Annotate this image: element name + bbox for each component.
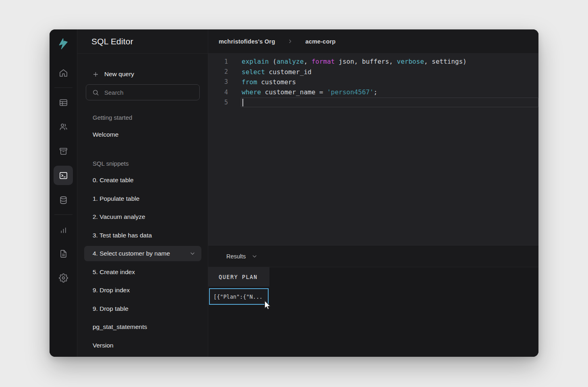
- rail-item-archive[interactable]: [57, 145, 69, 157]
- rail-item-docs[interactable]: [57, 248, 69, 260]
- archive-icon: [59, 146, 68, 156]
- sidebar-item-welcome[interactable]: Welcome: [77, 125, 208, 144]
- sidebar-header: SQL Editor: [77, 29, 208, 54]
- results-grid: QUERY PLAN [{"Plan":{"N...: [208, 267, 538, 357]
- result-cell-selected[interactable]: [{"Plan":{"N...: [209, 288, 269, 305]
- token: customer_id: [265, 68, 312, 76]
- sidebar-item-label: 9. Drop index: [93, 287, 130, 294]
- token: where: [242, 88, 261, 96]
- editor-line: 1 explain (analyze, format json, buffers…: [208, 56, 538, 67]
- token: select: [242, 68, 265, 76]
- line-number: 1: [208, 58, 228, 65]
- sidebar-item-select-customer-by-name[interactable]: 4. Select customer by name: [84, 246, 201, 261]
- token: customers: [257, 78, 296, 86]
- search-box: [86, 84, 200, 100]
- sidebar-item-label: 3. Test table has data: [93, 232, 152, 239]
- chevron-right-icon: [287, 38, 293, 44]
- sql-code-editor[interactable]: 1 explain (analyze, format json, buffers…: [208, 54, 538, 245]
- sidebar-item-create-index[interactable]: 5. Create index: [77, 263, 208, 281]
- token: ;: [374, 88, 378, 96]
- text-caret: [242, 99, 243, 106]
- rail-item-settings[interactable]: [57, 272, 69, 284]
- token: format: [311, 58, 335, 65]
- bar-chart-icon: [59, 225, 68, 234]
- search-icon: [92, 89, 99, 96]
- brand-logo[interactable]: [55, 35, 71, 52]
- editor-line-current: 5: [208, 98, 538, 108]
- sidebar-item-vacuum-analyze[interactable]: 2. Vacuum analyze: [77, 208, 208, 227]
- icon-rail: [50, 29, 77, 357]
- chevron-down-icon: [251, 253, 258, 260]
- rail-item-sql-editor[interactable]: [54, 166, 73, 185]
- token: json, buffers,: [335, 58, 397, 65]
- results-label: Results: [226, 253, 246, 260]
- sidebar-item-create-table[interactable]: 0. Create table: [77, 171, 208, 190]
- sidebar-item-label: 0. Create table: [93, 177, 134, 184]
- snippet-list: 0. Create table 1. Populate table 2. Vac…: [77, 171, 208, 355]
- rail-item-database[interactable]: [57, 194, 69, 206]
- getting-started-list: Welcome: [77, 125, 208, 144]
- token: explain: [242, 58, 269, 65]
- file-icon: [59, 249, 68, 258]
- sidebar-item-label: pg_stat_statements: [93, 323, 147, 331]
- code-line: from customers: [242, 78, 296, 86]
- app-window: SQL Editor New query Getting started Wel…: [50, 29, 538, 357]
- rail-item-home[interactable]: [57, 67, 69, 79]
- rail-item-monitoring[interactable]: [57, 223, 69, 235]
- breadcrumb-org[interactable]: mchristofides's Org: [219, 38, 275, 45]
- rail-item-tables[interactable]: [57, 96, 69, 108]
- sidebar-item-label: 9. Drop table: [93, 305, 128, 312]
- rail-nav: [54, 61, 73, 290]
- sidebar-item-label: Version: [93, 342, 114, 349]
- sidebar-item-test-table-has-data[interactable]: 3. Test table has data: [77, 226, 208, 245]
- token: , settings): [424, 58, 467, 65]
- new-query-button[interactable]: New query: [92, 71, 208, 78]
- token: from: [242, 78, 257, 86]
- page-title: SQL Editor: [91, 37, 133, 46]
- search-input[interactable]: [104, 89, 185, 96]
- sidebar-item-label: 2. Vacuum analyze: [93, 213, 145, 221]
- sidebar: SQL Editor New query Getting started Wel…: [77, 29, 208, 357]
- sidebar-item-label: Welcome: [93, 131, 118, 138]
- users-icon: [59, 122, 68, 131]
- token: 'person4567': [327, 88, 374, 96]
- sidebar-item-pg-stat-statements[interactable]: pg_stat_statements: [77, 318, 208, 337]
- lightning-bolt-icon: [56, 36, 70, 51]
- line-number: 2: [208, 68, 228, 75]
- sidebar-item-populate-table[interactable]: 1. Populate table: [77, 189, 208, 208]
- main-panel: mchristofides's Org acme-corp 1 explain …: [208, 29, 538, 357]
- token: (: [269, 58, 276, 65]
- sidebar-item-label: 5. Create index: [93, 268, 135, 276]
- editor-line: 4 where customer_name = 'person4567';: [208, 87, 538, 97]
- settings-icon: [59, 273, 68, 283]
- sidebar-item-version[interactable]: Version: [77, 336, 208, 355]
- sidebar-item-label: 4. Select customer by name: [93, 250, 170, 257]
- table-icon: [59, 98, 68, 107]
- breadcrumb: mchristofides's Org acme-corp: [208, 29, 538, 54]
- current-line-highlight: [241, 98, 538, 107]
- token: customer_name =: [261, 88, 327, 96]
- sidebar-item-drop-index[interactable]: 9. Drop index: [77, 281, 208, 300]
- home-icon: [59, 69, 68, 78]
- column-header-query-plan: QUERY PLAN: [208, 267, 269, 287]
- page: SQL Editor New query Getting started Wel…: [0, 0, 588, 387]
- chevron-down-icon: [189, 250, 196, 257]
- results-toggle[interactable]: Results: [208, 245, 538, 267]
- new-query-label: New query: [104, 71, 134, 78]
- editor-line: 3 from customers: [208, 77, 538, 87]
- section-header-getting-started: Getting started: [93, 114, 208, 123]
- token: ,: [304, 58, 311, 65]
- line-number: 5: [208, 99, 228, 106]
- code-line: where customer_name = 'person4567';: [242, 88, 377, 96]
- sidebar-item-drop-table[interactable]: 9. Drop table: [77, 300, 208, 318]
- code-line: explain (analyze, format json, buffers, …: [242, 58, 467, 65]
- section-header-sql-snippets: SQL snippets: [93, 160, 208, 169]
- code-line: [242, 98, 538, 108]
- code-line: select customer_id: [242, 68, 311, 76]
- rail-divider: [54, 87, 72, 88]
- line-number: 4: [208, 89, 228, 96]
- database-icon: [59, 196, 68, 205]
- breadcrumb-project[interactable]: acme-corp: [305, 38, 335, 45]
- rail-item-users[interactable]: [57, 121, 69, 133]
- terminal-icon: [59, 171, 68, 180]
